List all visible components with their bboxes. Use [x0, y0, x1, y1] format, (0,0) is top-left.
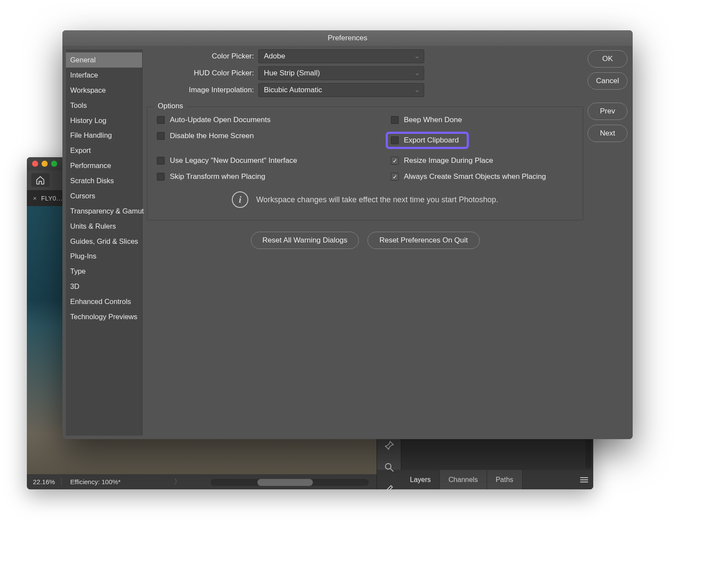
ok-button[interactable]: OK	[588, 50, 627, 68]
checkbox-label: Use Legacy "New Document" Interface	[170, 156, 297, 165]
color-picker-label: Color Picker:	[147, 52, 254, 61]
checkbox-icon	[157, 132, 165, 140]
sidebar-item-transparency-gamut[interactable]: Transparency & Gamut	[66, 204, 142, 219]
close-tab-icon[interactable]: ×	[33, 194, 37, 202]
chevron-down-icon: ⌵	[416, 70, 419, 76]
checkbox-label: Disable the Home Screen	[170, 132, 254, 140]
sidebar-item-tools[interactable]: Tools	[66, 98, 142, 113]
checkbox-resize-image-during-place[interactable]: Resize Image During Place	[391, 156, 573, 165]
reset-warnings-button[interactable]: Reset All Warning Dialogs	[251, 232, 359, 249]
preferences-content: Color Picker: Adobe ⌵ HUD Color Picker: …	[143, 46, 588, 439]
hud-color-picker-label: HUD Color Picker:	[147, 69, 254, 78]
checkbox-always-create-smart-objects-when-placing[interactable]: Always Create Smart Objects when Placing	[391, 172, 573, 181]
panel-menu-icon[interactable]	[580, 477, 588, 483]
dialog-title: Preferences	[62, 30, 633, 46]
checkbox-icon	[391, 116, 399, 124]
workspace-info-text: Workspace changes will take effect the n…	[256, 195, 498, 204]
sidebar-item-guides-grid-slices[interactable]: Guides, Grid & Slices	[66, 234, 142, 249]
sidebar-item-scratch-disks[interactable]: Scratch Disks	[66, 173, 142, 188]
checkbox-label: Beep When Done	[404, 116, 462, 124]
cancel-button[interactable]: Cancel	[588, 72, 627, 90]
image-interpolation-label: Image Interpolation:	[147, 86, 254, 94]
panel-tab-paths[interactable]: Paths	[487, 470, 523, 489]
magnifier-icon[interactable]	[384, 462, 395, 475]
checkbox-icon	[157, 116, 165, 124]
panel-tabs: Layers Channels Paths	[401, 470, 593, 489]
options-legend: Options	[154, 102, 187, 110]
checkbox-icon	[391, 136, 399, 144]
close-window-icon[interactable]	[32, 161, 38, 167]
checkbox-label: Resize Image During Place	[404, 156, 493, 165]
sidebar-item-general[interactable]: General	[66, 52, 142, 68]
sidebar-item-file-handling[interactable]: File Handling	[66, 128, 142, 143]
zoom-level[interactable]: 22.16%	[27, 478, 62, 485]
preferences-dialog: Preferences GeneralInterfaceWorkspaceToo…	[62, 30, 633, 439]
horizontal-scrollbar[interactable]	[211, 479, 369, 486]
checkbox-label: Always Create Smart Objects when Placing	[404, 172, 546, 181]
next-button[interactable]: Next	[588, 125, 627, 142]
info-icon: i	[232, 191, 248, 208]
checkbox-icon	[157, 157, 165, 165]
checkbox-label: Export Clipboard	[404, 136, 459, 145]
sidebar-item-cursors[interactable]: Cursors	[66, 188, 142, 204]
panel-tab-channels[interactable]: Channels	[440, 470, 487, 489]
sidebar-item-interface[interactable]: Interface	[66, 68, 142, 83]
sidebar-item-enhanced-controls[interactable]: Enhanced Controls	[66, 294, 142, 309]
home-button[interactable]	[31, 173, 49, 187]
checkbox-export-clipboard[interactable]: Export Clipboard	[386, 132, 469, 149]
status-bar: 22.16% Efficiency: 100%* 〉	[27, 474, 377, 489]
reset-on-quit-button[interactable]: Reset Preferences On Quit	[367, 232, 479, 249]
efficiency-readout: Efficiency: 100%*	[62, 478, 172, 485]
sidebar-item-type[interactable]: Type	[66, 264, 142, 279]
sidebar-item-export[interactable]: Export	[66, 143, 142, 158]
checkbox-beep-when-done[interactable]: Beep When Done	[391, 116, 573, 124]
chevron-down-icon: ⌵	[416, 87, 419, 93]
checkbox-label: Auto-Update Open Documents	[170, 116, 270, 124]
sidebar-item-workspace[interactable]: Workspace	[66, 83, 142, 98]
checkbox-auto-update-open-documents[interactable]: Auto-Update Open Documents	[157, 116, 391, 124]
checkbox-label: Skip Transform when Placing	[170, 172, 265, 181]
document-tab-label: FLY0…	[41, 194, 63, 202]
sidebar-item-units-rulers[interactable]: Units & Rulers	[66, 219, 142, 234]
preferences-sidebar: GeneralInterfaceWorkspaceToolsHistory Lo…	[66, 49, 143, 436]
panel-tab-layers[interactable]: Layers	[401, 470, 440, 489]
status-chevron-icon[interactable]: 〉	[174, 478, 181, 486]
hud-color-picker-select[interactable]: Hue Strip (Small) ⌵	[258, 66, 424, 80]
pin-icon[interactable]	[384, 440, 395, 453]
prev-button[interactable]: Prev	[588, 103, 627, 120]
checkbox-icon	[157, 173, 165, 181]
sidebar-item-history-log[interactable]: History Log	[66, 113, 142, 128]
svg-point-0	[385, 463, 391, 469]
minimize-window-icon[interactable]	[42, 161, 48, 167]
checkbox-disable-the-home-screen[interactable]: Disable the Home Screen	[157, 132, 391, 140]
dialog-buttons: OK Cancel Prev Next	[588, 46, 633, 439]
sidebar-item-plug-ins[interactable]: Plug-Ins	[66, 249, 142, 264]
color-picker-select[interactable]: Adobe ⌵	[258, 49, 424, 63]
options-group: Options Auto-Update Open DocumentsBeep W…	[147, 107, 583, 220]
zoom-window-icon[interactable]	[51, 161, 57, 167]
checkbox-icon	[391, 157, 399, 165]
pen-icon[interactable]	[384, 483, 395, 489]
sidebar-item-3d[interactable]: 3D	[66, 279, 142, 294]
checkbox-icon	[391, 173, 399, 181]
sidebar-item-performance[interactable]: Performance	[66, 158, 142, 173]
sidebar-item-technology-previews[interactable]: Technology Previews	[66, 309, 142, 324]
chevron-down-icon: ⌵	[416, 53, 419, 59]
image-interpolation-select[interactable]: Bicubic Automatic ⌵	[258, 83, 424, 97]
checkbox-skip-transform-when-placing[interactable]: Skip Transform when Placing	[157, 172, 391, 181]
checkbox-use-legacy-new-document-interface[interactable]: Use Legacy "New Document" Interface	[157, 156, 391, 165]
